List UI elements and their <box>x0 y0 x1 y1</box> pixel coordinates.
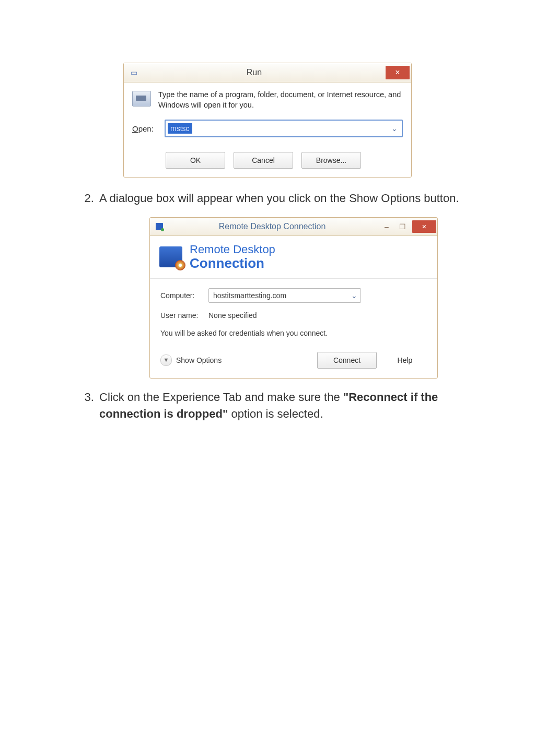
rdc-banner-line1: Remote Desktop <box>190 243 275 256</box>
run-instruction-text: Type the name of a program, folder, docu… <box>158 90 403 110</box>
rdc-dialog: Remote Desktop Connection – ☐ × Remote D… <box>149 217 438 379</box>
run-title-text: Run <box>144 68 386 77</box>
show-options-button[interactable]: ▼ Show Options <box>160 355 222 366</box>
help-button[interactable]: Help <box>383 352 427 368</box>
cancel-button[interactable]: Cancel <box>234 152 293 169</box>
chevron-down-icon[interactable]: ⌄ <box>387 124 402 133</box>
username-label: User name: <box>160 310 208 321</box>
computer-input[interactable]: hostitsmarttesting.com ⌄ <box>208 288 361 303</box>
maximize-icon[interactable]: ☐ <box>397 221 408 232</box>
run-titlebar: ▭ Run × <box>124 63 411 82</box>
chevron-down-icon: ▼ <box>160 355 172 366</box>
rdc-banner-icon <box>159 246 182 267</box>
rdc-banner-line2: Connection <box>190 256 275 271</box>
rdc-banner: Remote Desktop Connection <box>150 236 437 279</box>
computer-label: Computer: <box>160 290 208 301</box>
show-options-label: Show Options <box>176 355 222 365</box>
connect-button[interactable]: Connect <box>317 352 377 369</box>
username-value: None specified <box>208 310 257 321</box>
open-label: Open: <box>132 124 157 133</box>
run-dialog: ▭ Run × Type the name of a program, fold… <box>123 63 412 178</box>
step-3-prefix: Click on the Experience Tab and make sur… <box>99 391 343 404</box>
step-2-text: A dialogue box will appear when you clic… <box>99 190 488 207</box>
browse-button[interactable]: Browse... <box>301 152 361 169</box>
step-3: Click on the Experience Tab and make sur… <box>97 389 488 422</box>
open-input[interactable]: mstsc ⌄ <box>165 120 403 137</box>
step-3-text: Click on the Experience Tab and make sur… <box>99 389 488 422</box>
step-3-suffix: option is selected. <box>228 407 323 420</box>
minimize-icon[interactable]: – <box>381 221 392 232</box>
ok-button[interactable]: OK <box>166 152 225 169</box>
run-app-icon: ▭ <box>124 68 144 77</box>
rdc-app-icon <box>150 223 169 230</box>
computer-value: hostitsmarttesting.com <box>209 290 348 301</box>
credentials-note: You will be asked for credentials when y… <box>160 328 427 338</box>
step-2: A dialogue box will appear when you clic… <box>97 190 488 379</box>
close-icon[interactable]: × <box>412 220 436 233</box>
run-program-icon <box>132 91 151 107</box>
chevron-down-icon[interactable]: ⌄ <box>348 290 360 301</box>
rdc-titlebar: Remote Desktop Connection – ☐ × <box>150 218 437 236</box>
open-value: mstsc <box>168 123 192 134</box>
rdc-title-text: Remote Desktop Connection <box>169 220 381 232</box>
close-icon[interactable]: × <box>386 66 410 79</box>
